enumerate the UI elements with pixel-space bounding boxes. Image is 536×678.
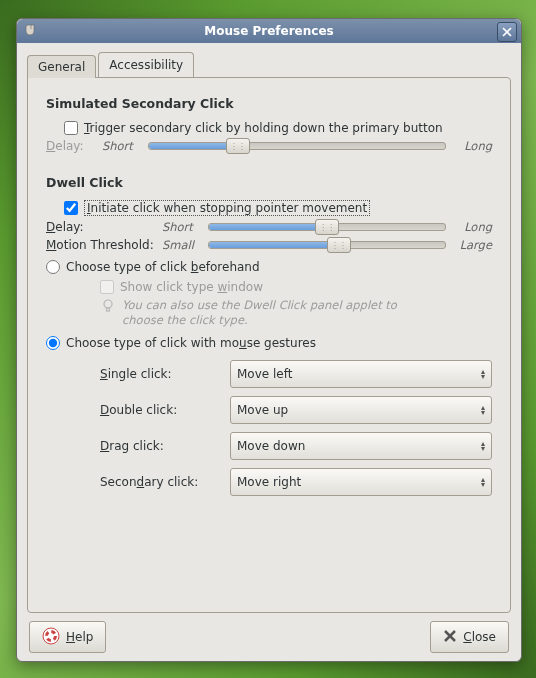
select-drag-click[interactable]: Move down▴▾ [230,432,492,460]
label-radio-beforehand: Choose type of click beforehand [66,260,260,274]
chevron-updown-icon: ▴▾ [481,369,485,379]
close-button[interactable]: Close [430,621,509,653]
tab-bar: General Accessibility [27,51,511,77]
label-ssc-short: Short [102,139,142,153]
row-dwell-initiate: Initiate click when stopping pointer mov… [64,200,492,216]
label-dwell-short: Short [162,220,202,234]
chevron-updown-icon: ▴▾ [481,405,485,415]
label-dwell-long: Long [452,220,492,234]
tab-general[interactable]: General [27,55,96,78]
label-ssc-delay: Delay: [46,139,96,153]
label-dwell-large: Large [452,238,492,252]
slider-thumb-icon: ⋮⋮ [226,138,250,154]
label-dwell-delay: Delay: [46,220,156,234]
radio-beforehand[interactable] [46,260,60,274]
section-simulated-secondary-click: Simulated Secondary Click [46,96,492,111]
row-ssc-trigger: Trigger secondary click by holding down … [64,121,492,135]
select-value: Move down [237,439,305,453]
slider-dwell-motion[interactable]: ⋮⋮ [208,241,446,249]
row-radio-beforehand: Choose type of click beforehand [46,260,492,274]
select-value: Move up [237,403,288,417]
titlebar[interactable]: Mouse Preferences [17,19,521,43]
label-dwell-motion: Motion Threshold: [46,238,156,252]
slider-ssc-delay[interactable]: ⋮⋮ [148,142,446,150]
select-double-click[interactable]: Move up▴▾ [230,396,492,424]
row-show-click-type-window: Show click type window [100,280,492,294]
help-button-label: Help [66,630,93,644]
label-show-click-type-window: Show click type window [120,280,263,294]
slider-thumb-icon: ⋮⋮ [327,237,351,253]
lightbulb-icon [100,298,116,318]
checkbox-ssc-trigger[interactable] [64,121,78,135]
window-title: Mouse Preferences [204,24,333,38]
slider-dwell-delay[interactable]: ⋮⋮ [208,223,446,231]
svg-point-5 [43,628,59,644]
label-dwell-initiate: Initiate click when stopping pointer mov… [84,200,370,216]
titlebar-app-icon [23,23,39,39]
chevron-updown-icon: ▴▾ [481,477,485,487]
select-value: Move left [237,367,292,381]
row-ssc-delay: Delay: Short ⋮⋮ Long [46,139,492,153]
select-secondary-click[interactable]: Move right▴▾ [230,468,492,496]
chevron-updown-icon: ▴▾ [481,441,485,451]
slider-thumb-icon: ⋮⋮ [315,219,339,235]
checkbox-dwell-initiate[interactable] [64,201,78,215]
tip-text: You can also use the Dwell Click panel a… [122,298,422,328]
titlebar-close-button[interactable] [497,22,517,42]
gesture-grid: Single click: Move left▴▾ Double click: … [100,360,492,496]
label-single-click: Single click: [100,367,220,381]
label-ssc-trigger: Trigger secondary click by holding down … [84,121,443,135]
label-ssc-long: Long [452,139,492,153]
tab-panel-accessibility: Simulated Secondary Click Trigger second… [27,77,511,613]
row-dwell-delay: Delay: Short ⋮⋮ Long [46,220,492,234]
dialog-window: Mouse Preferences General Accessibility … [16,18,522,662]
label-double-click: Double click: [100,403,220,417]
label-drag-click: Drag click: [100,439,220,453]
select-value: Move right [237,475,301,489]
tab-accessibility[interactable]: Accessibility [98,52,194,77]
help-button[interactable]: Help [29,621,106,653]
dialog-button-row: Help Close [27,613,511,653]
label-secondary-click: Secondary click: [100,475,220,489]
close-button-label: Close [463,630,496,644]
section-dwell-click: Dwell Click [46,175,492,190]
tip-row: You can also use the Dwell Click panel a… [100,298,492,328]
checkbox-show-click-type-window [100,280,114,294]
row-dwell-motion: Motion Threshold: Small ⋮⋮ Large [46,238,492,252]
select-single-click[interactable]: Move left▴▾ [230,360,492,388]
close-icon [443,629,457,646]
close-icon [502,27,512,37]
svg-rect-4 [107,308,110,311]
help-icon [42,627,60,648]
dialog-content: General Accessibility Simulated Secondar… [17,43,521,661]
radio-gestures[interactable] [46,336,60,350]
svg-point-3 [104,300,112,308]
label-radio-gestures: Choose type of click with mouse gestures [66,336,316,350]
row-radio-gestures: Choose type of click with mouse gestures [46,336,492,350]
label-dwell-small: Small [162,238,202,252]
